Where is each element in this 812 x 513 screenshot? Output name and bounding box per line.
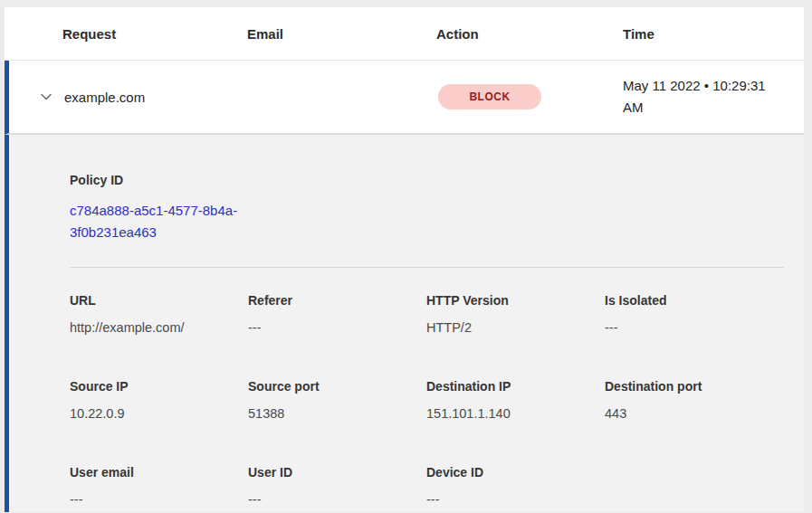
field-destination-port-label: Destination port bbox=[605, 379, 784, 394]
detail-row-user: User email --- User ID --- Device ID --- bbox=[70, 465, 784, 507]
field-destination-ip: Destination IP 151.101.1.140 bbox=[426, 379, 605, 421]
field-user-email: User email --- bbox=[70, 465, 248, 507]
log-table-card: Request Email Action Time example.com BL… bbox=[5, 7, 804, 512]
log-row[interactable]: example.com BLOCK May 11 2022 • 10:29:31… bbox=[5, 61, 804, 135]
field-user-id-label: User ID bbox=[248, 465, 426, 480]
column-header-action: Action bbox=[436, 26, 623, 42]
field-source-port-label: Source port bbox=[248, 379, 426, 394]
field-source-port-value: 51388 bbox=[248, 406, 426, 421]
field-user-email-value: --- bbox=[70, 492, 248, 507]
field-source-ip-label: Source IP bbox=[70, 379, 248, 394]
column-header-email: Email bbox=[247, 26, 436, 42]
field-referer: Referer --- bbox=[248, 293, 426, 335]
field-referer-value: --- bbox=[248, 320, 426, 335]
field-destination-port-value: 443 bbox=[605, 406, 784, 421]
field-http-version: HTTP Version HTTP/2 bbox=[426, 293, 605, 335]
chevron-down-icon[interactable] bbox=[37, 88, 55, 106]
action-badge: BLOCK bbox=[438, 84, 541, 109]
field-destination-ip-value: 151.101.1.140 bbox=[426, 406, 605, 421]
field-http-version-label: HTTP Version bbox=[426, 293, 605, 308]
field-source-ip: Source IP 10.22.0.9 bbox=[70, 379, 248, 421]
field-http-version-value: HTTP/2 bbox=[426, 320, 605, 335]
field-device-id: Device ID --- bbox=[426, 465, 605, 507]
field-user-id-value: --- bbox=[248, 492, 426, 507]
field-source-port: Source port 51388 bbox=[248, 379, 426, 421]
field-url-value: http://example.com/ bbox=[70, 320, 248, 335]
log-detail-panel: Policy ID c784a888-a5c1-4577-8b4a-3f0b23… bbox=[5, 135, 804, 512]
field-user-id: User ID --- bbox=[248, 465, 426, 507]
table-header: Request Email Action Time bbox=[5, 7, 804, 61]
policy-id-link[interactable]: c784a888-a5c1-4577-8b4a-3f0b231ea463 bbox=[70, 200, 260, 243]
field-is-isolated: Is Isolated --- bbox=[605, 293, 784, 335]
field-url: URL http://example.com/ bbox=[70, 293, 248, 335]
field-source-ip-value: 10.22.0.9 bbox=[70, 406, 248, 421]
field-device-id-label: Device ID bbox=[426, 465, 605, 480]
request-cell: example.com bbox=[62, 90, 247, 105]
field-is-isolated-value: --- bbox=[605, 320, 784, 335]
field-destination-port: Destination port 443 bbox=[605, 379, 784, 421]
detail-row-http: URL http://example.com/ Referer --- HTTP… bbox=[70, 293, 784, 335]
field-is-isolated-label: Is Isolated bbox=[605, 293, 784, 308]
section-divider bbox=[70, 267, 784, 268]
detail-row-network: Source IP 10.22.0.9 Source port 51388 De… bbox=[70, 379, 784, 421]
field-user-email-label: User email bbox=[70, 465, 248, 480]
time-cell: May 11 2022 • 10:29:31 AM bbox=[623, 75, 804, 119]
field-destination-ip-label: Destination IP bbox=[426, 379, 605, 394]
field-empty bbox=[605, 465, 784, 507]
column-header-request: Request bbox=[62, 26, 247, 42]
column-header-time: Time bbox=[623, 26, 804, 42]
field-referer-label: Referer bbox=[248, 293, 426, 308]
action-cell: BLOCK bbox=[436, 84, 623, 109]
policy-id-label: Policy ID bbox=[70, 173, 784, 187]
field-device-id-value: --- bbox=[426, 492, 605, 507]
policy-id-section: Policy ID c784a888-a5c1-4577-8b4a-3f0b23… bbox=[70, 173, 784, 243]
field-url-label: URL bbox=[70, 293, 248, 308]
